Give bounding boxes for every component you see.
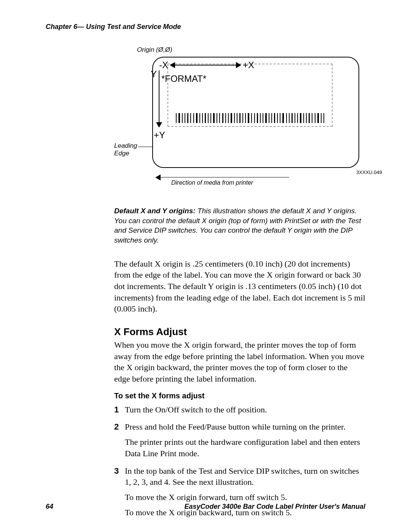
- minus-x-label: -X: [159, 60, 168, 70]
- figure-caption: Default X and Y origins: This illustrati…: [114, 206, 365, 245]
- y-label: Y: [151, 69, 157, 80]
- default-origins-paragraph: The default X origin is .25 centimeters …: [114, 258, 365, 315]
- x-forms-paragraph: When you move the X origin forward, the …: [114, 339, 365, 385]
- manual-title: EasyCoder 3400e Bar Code Label Printer U…: [185, 503, 365, 511]
- origin-diagram: Origin (Ø,Ø) -X +X Y +Y *FORMAT* Leading…: [114, 46, 388, 195]
- step-2: Press and hold the Feed/Pause button whi…: [114, 421, 365, 459]
- barcode-icon: [176, 113, 324, 123]
- direction-line: [160, 177, 289, 177]
- chapter-header: Chapter 6— Using Test and Service Mode: [46, 23, 365, 31]
- leading-edge-pointer: [138, 147, 152, 147]
- step-3-note-1: To move the X origin forward, turn off s…: [125, 492, 365, 503]
- arrow-right-icon: [236, 62, 241, 68]
- drawing-number: 3XXXU.049: [356, 169, 382, 175]
- x-axis-line: [170, 65, 241, 66]
- y-axis-line: [159, 70, 159, 125]
- page-number: 64: [46, 503, 53, 511]
- step-2-note: The printer prints out the hardware conf…: [125, 436, 365, 459]
- origin-label: Origin (Ø,Ø): [137, 46, 172, 54]
- procedure-steps: Turn the On/Off switch to the off positi…: [114, 404, 365, 518]
- format-text: *FORMAT*: [161, 73, 206, 84]
- section-heading: X Forms Adjust: [114, 326, 365, 338]
- direction-label: Direction of media from printer: [171, 179, 253, 186]
- step-1: Turn the On/Off switch to the off positi…: [114, 404, 365, 415]
- procedure-heading: To set the X forms adjust: [114, 391, 365, 400]
- leading-edge-label: Leading Edge: [114, 142, 137, 158]
- plus-x-label: +X: [243, 60, 254, 70]
- plus-y-label: +Y: [154, 130, 165, 141]
- arrow-down-icon: [156, 122, 162, 128]
- arrow-left-icon: [170, 62, 175, 68]
- caption-lead: Default X and Y origins:: [114, 207, 196, 215]
- page-footer: 64 EasyCoder 3400e Bar Code Label Printe…: [46, 503, 365, 511]
- document-page: Chapter 6— Using Test and Service Mode O…: [0, 0, 411, 532]
- direction-arrow-icon: [155, 174, 161, 181]
